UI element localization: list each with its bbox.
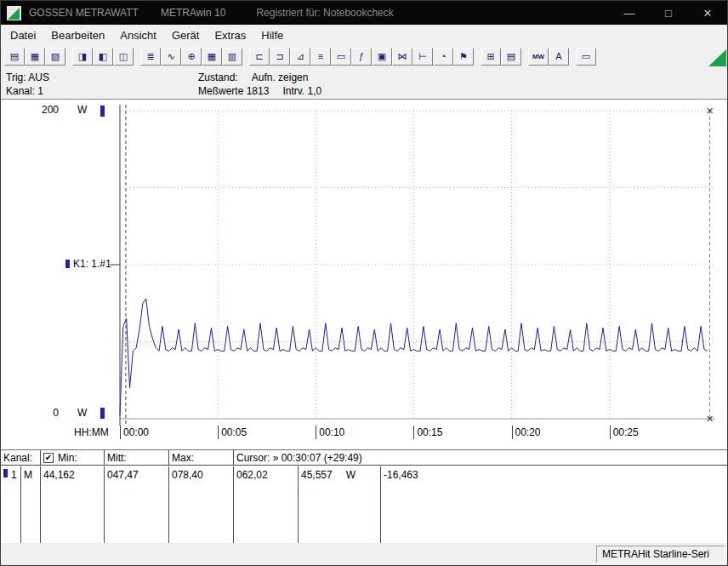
menu-hilfe[interactable]: Hilfe [253, 26, 291, 44]
ruler-button[interactable]: ⊢ [412, 48, 433, 66]
x-tick-label: 00:05 [218, 426, 247, 439]
header-cursor: Cursor: » 00:30:07 (+29:49) [234, 450, 727, 466]
chart-svg[interactable]: ✕✕ [1, 100, 728, 450]
view-list-button[interactable]: ≣ [140, 48, 161, 66]
zustand-label: Zustand: [198, 71, 238, 83]
title-bar: GOSSEN METRAWATT METRAwin 10 Registriert… [1, 1, 727, 25]
channel-legend-text: K1: 1.#1 [73, 258, 111, 270]
comment-button[interactable]: ▭ [576, 48, 596, 66]
formula-button[interactable]: ƒ [351, 48, 372, 66]
file-open-button[interactable]: ▧ [45, 48, 65, 66]
x-axis-unit-label: HH:MM [74, 426, 109, 438]
row-channel-marker [3, 469, 8, 477]
y-axis-unit-bottom: W [77, 407, 87, 419]
view-crosshair-button[interactable]: ⊕ [181, 48, 202, 66]
menu-geraet[interactable]: Gerät [164, 26, 208, 44]
data-transfer-button[interactable]: ◫ [113, 48, 134, 66]
zoom-a-button[interactable]: A [549, 48, 569, 66]
maximize-button[interactable]: □ [649, 1, 688, 25]
row-cursor1-value: 062,02 [234, 466, 299, 544]
trigger-status: Trig: AUS [6, 71, 49, 84]
header-min: ✔ Min: [41, 450, 105, 466]
zustand-value: Aufn. zeigen [252, 71, 309, 83]
y-axis-max-label: 200 [35, 104, 59, 116]
row-mode-cell: M [21, 466, 41, 544]
clock-button[interactable]: ◔ [433, 48, 453, 66]
y-axis-unit-top: W [77, 104, 87, 116]
view-curve-button[interactable]: ∿ [161, 48, 181, 66]
channel-legend: K1: 1.#1 [65, 258, 111, 270]
view-histogram-button[interactable]: ▥ [222, 48, 242, 66]
titlebar-brand: GOSSEN METRAWATT [29, 7, 139, 19]
menu-datei[interactable]: Datei [3, 26, 43, 44]
window-controls: — □ ✕ [610, 1, 727, 25]
row-unit: W [346, 469, 355, 481]
x-tick-label: 00:00 [120, 426, 149, 439]
row-max-value: 078,40 [169, 466, 234, 544]
memory-button[interactable]: ▣ [372, 48, 392, 66]
trigger-button[interactable]: ⚑ [453, 48, 474, 66]
metrawin-window: { "window": { "brand": "GOSSEN METRAWATT… [0, 0, 728, 566]
x-tick-label: 00:20 [512, 426, 541, 439]
monitor-button[interactable]: ▭ [331, 48, 351, 66]
channel-visible-checkbox[interactable]: ✔ [43, 453, 54, 463]
toolbar: ▤▦▧◨◧◫≣∿⊕▦▥⊏⊐⊿≡▭ƒ▣⋈⊢◔⚑⊞▤MWA▭ [4, 45, 702, 68]
status-bar: METRAHit Starline-Seri [1, 543, 727, 565]
file-export-button[interactable]: ▤ [4, 48, 25, 66]
x-tick-label: 00:25 [610, 426, 639, 439]
scale-button[interactable]: ⊿ [290, 48, 310, 66]
channel-status: Kanal: 1 [6, 84, 49, 98]
row-delta-value: -16,463 [381, 466, 727, 544]
chart-region: ✕✕ 200 W 0 W K1: 1.#1 HH:MM 00:0000:0500… [1, 99, 727, 449]
print-report-button[interactable]: ▤ [501, 48, 521, 66]
header-mitt: Mitt: [105, 450, 169, 466]
row-cursor2-value: 45,557W [299, 466, 381, 544]
menu-bar: Datei Bearbeiten Ansicht Gerät Extras Hi… [1, 25, 727, 45]
app-icon [7, 6, 21, 20]
channel-right-button[interactable]: ⊐ [270, 48, 290, 66]
interval-value: Intrv. 1,0 [282, 85, 321, 97]
measurement-table: Kanal: ✔ Min: Mitt: Max: Cursor: » 00:30… [1, 449, 727, 545]
print-button[interactable]: ⊞ [481, 48, 501, 66]
channel-color-marker [65, 260, 70, 268]
row-min-value: 44,162 [41, 466, 105, 544]
row-mitt-value: 047,47 [105, 466, 169, 544]
view-table-button[interactable]: ▦ [202, 48, 222, 66]
file-save-button[interactable]: ▦ [25, 48, 45, 66]
row-channel-cell[interactable]: 1 [1, 466, 21, 544]
limits-button[interactable]: ⋈ [392, 48, 412, 66]
values-button[interactable]: ≡ [310, 48, 331, 66]
zoom-mw-button[interactable]: MW [528, 48, 549, 66]
menu-bearbeiten[interactable]: Bearbeiten [43, 26, 112, 44]
data-out-button[interactable]: ◨ [72, 48, 93, 66]
x-tick-label: 00:15 [413, 426, 442, 439]
y-axis-min-label: 0 [35, 407, 59, 419]
close-button[interactable]: ✕ [688, 1, 727, 25]
messwerte-count: Meßwerte 1813 [198, 85, 269, 97]
x-tick-label: 00:10 [316, 426, 344, 439]
header-kanal: Kanal: [1, 450, 41, 466]
titlebar-registered: Registriert für: Notebookcheck [256, 7, 393, 19]
header-max: Max: [169, 450, 234, 466]
green-grip-triangle [708, 49, 726, 66]
y-axis-bottom-marker [100, 408, 105, 419]
svg-text:✕: ✕ [706, 106, 714, 116]
device-status: METRAHit Starline-Seri [596, 546, 725, 563]
status-panel: Trig: AUS Kanal: 1 Zustand:Aufn. zeigen … [1, 68, 727, 99]
svg-text:✕: ✕ [706, 414, 714, 424]
minimize-button[interactable]: — [610, 1, 649, 25]
channel-left-button[interactable]: ⊏ [249, 48, 270, 66]
menu-ansicht[interactable]: Ansicht [112, 26, 164, 44]
menu-extras[interactable]: Extras [207, 26, 253, 44]
titlebar-app-title: METRAwin 10 [161, 7, 225, 19]
y-axis-top-marker [100, 106, 105, 117]
data-in-button[interactable]: ◧ [93, 48, 113, 66]
